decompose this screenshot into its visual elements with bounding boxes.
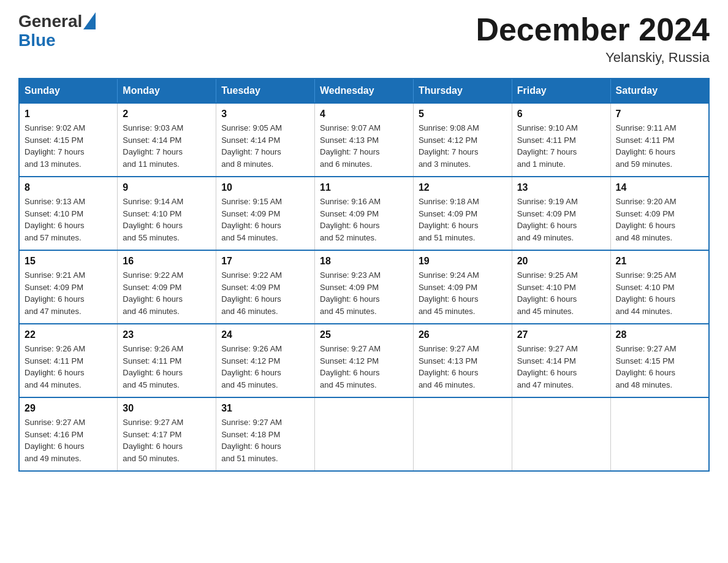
day-number: 10 [221,182,309,193]
empty-cell [512,397,610,471]
calendar-day-12: 12Sunrise: 9:18 AM Sunset: 4:09 PM Dayli… [413,177,512,250]
calendar-day-14: 14Sunrise: 9:20 AM Sunset: 4:09 PM Dayli… [610,177,709,250]
calendar-week-row: 1Sunrise: 9:02 AM Sunset: 4:15 PM Daylig… [19,103,709,177]
day-number: 30 [123,403,211,414]
header-sunday: Sunday [19,79,118,103]
title-section: December 2024 Yelanskiy, Russia [476,12,710,66]
day-info: Sunrise: 9:10 AM Sunset: 4:11 PM Dayligh… [517,122,605,170]
day-number: 12 [419,182,507,193]
calendar-day-27: 27Sunrise: 9:27 AM Sunset: 4:14 PM Dayli… [512,324,610,397]
location-title: Yelanskiy, Russia [476,50,710,66]
day-number: 6 [517,109,605,120]
logo-general: General [18,12,82,31]
day-number: 26 [419,329,507,340]
day-info: Sunrise: 9:27 AM Sunset: 4:18 PM Dayligh… [221,416,309,464]
day-number: 8 [25,182,112,193]
day-info: Sunrise: 9:27 AM Sunset: 4:16 PM Dayligh… [25,416,112,464]
day-number: 29 [25,403,112,414]
day-number: 23 [123,329,211,340]
day-number: 28 [616,329,703,340]
logo-blue: Blue [18,31,56,50]
day-number: 9 [123,182,211,193]
day-info: Sunrise: 9:27 AM Sunset: 4:17 PM Dayligh… [123,416,211,464]
calendar-day-29: 29Sunrise: 9:27 AM Sunset: 4:16 PM Dayli… [19,397,118,471]
day-number: 15 [25,256,112,267]
empty-cell [315,397,414,471]
calendar-day-23: 23Sunrise: 9:26 AM Sunset: 4:11 PM Dayli… [118,324,216,397]
calendar-day-25: 25Sunrise: 9:27 AM Sunset: 4:12 PM Dayli… [315,324,414,397]
calendar-day-5: 5Sunrise: 9:08 AM Sunset: 4:12 PM Daylig… [413,103,512,177]
day-info: Sunrise: 9:27 AM Sunset: 4:13 PM Dayligh… [419,343,507,391]
day-info: Sunrise: 9:20 AM Sunset: 4:09 PM Dayligh… [616,196,703,243]
day-number: 1 [25,109,112,120]
calendar-table: SundayMondayTuesdayWednesdayThursdayFrid… [18,78,710,472]
month-title: December 2024 [476,12,710,47]
calendar-day-28: 28Sunrise: 9:27 AM Sunset: 4:15 PM Dayli… [610,324,709,397]
day-info: Sunrise: 9:02 AM Sunset: 4:15 PM Dayligh… [25,122,112,170]
day-info: Sunrise: 9:11 AM Sunset: 4:11 PM Dayligh… [616,122,703,170]
day-info: Sunrise: 9:27 AM Sunset: 4:15 PM Dayligh… [616,343,703,391]
day-number: 11 [320,182,408,193]
calendar-header-row: SundayMondayTuesdayWednesdayThursdayFrid… [19,79,709,103]
day-info: Sunrise: 9:13 AM Sunset: 4:10 PM Dayligh… [25,196,112,243]
calendar-day-20: 20Sunrise: 9:25 AM Sunset: 4:10 PM Dayli… [512,250,610,324]
page-header: General Blue December 2024 Yelanskiy, Ru… [18,12,710,66]
day-info: Sunrise: 9:22 AM Sunset: 4:09 PM Dayligh… [221,269,309,317]
day-number: 13 [517,182,605,193]
calendar-day-26: 26Sunrise: 9:27 AM Sunset: 4:13 PM Dayli… [413,324,512,397]
header-thursday: Thursday [413,79,512,103]
header-tuesday: Tuesday [216,79,315,103]
calendar-day-31: 31Sunrise: 9:27 AM Sunset: 4:18 PM Dayli… [216,397,315,471]
empty-cell [610,397,709,471]
day-number: 2 [123,109,211,120]
day-number: 3 [221,109,309,120]
day-info: Sunrise: 9:25 AM Sunset: 4:10 PM Dayligh… [517,269,605,317]
day-info: Sunrise: 9:18 AM Sunset: 4:09 PM Dayligh… [419,196,507,243]
calendar-day-11: 11Sunrise: 9:16 AM Sunset: 4:09 PM Dayli… [315,177,414,250]
calendar-day-7: 7Sunrise: 9:11 AM Sunset: 4:11 PM Daylig… [610,103,709,177]
day-info: Sunrise: 9:19 AM Sunset: 4:09 PM Dayligh… [517,196,605,243]
day-number: 5 [419,109,507,120]
day-info: Sunrise: 9:26 AM Sunset: 4:11 PM Dayligh… [123,343,211,391]
day-number: 22 [25,329,112,340]
day-info: Sunrise: 9:24 AM Sunset: 4:09 PM Dayligh… [419,269,507,317]
svg-marker-0 [83,12,96,29]
calendar-day-1: 1Sunrise: 9:02 AM Sunset: 4:15 PM Daylig… [19,103,118,177]
day-info: Sunrise: 9:22 AM Sunset: 4:09 PM Dayligh… [123,269,211,317]
calendar-day-9: 9Sunrise: 9:14 AM Sunset: 4:10 PM Daylig… [118,177,216,250]
calendar-day-8: 8Sunrise: 9:13 AM Sunset: 4:10 PM Daylig… [19,177,118,250]
calendar-day-22: 22Sunrise: 9:26 AM Sunset: 4:11 PM Dayli… [19,324,118,397]
day-info: Sunrise: 9:27 AM Sunset: 4:14 PM Dayligh… [517,343,605,391]
day-info: Sunrise: 9:15 AM Sunset: 4:09 PM Dayligh… [221,196,309,243]
calendar-day-6: 6Sunrise: 9:10 AM Sunset: 4:11 PM Daylig… [512,103,610,177]
calendar-day-30: 30Sunrise: 9:27 AM Sunset: 4:17 PM Dayli… [118,397,216,471]
day-number: 7 [616,109,703,120]
header-wednesday: Wednesday [315,79,414,103]
calendar-week-row: 22Sunrise: 9:26 AM Sunset: 4:11 PM Dayli… [19,324,709,397]
day-info: Sunrise: 9:23 AM Sunset: 4:09 PM Dayligh… [320,269,408,317]
calendar-day-21: 21Sunrise: 9:25 AM Sunset: 4:10 PM Dayli… [610,250,709,324]
calendar-day-17: 17Sunrise: 9:22 AM Sunset: 4:09 PM Dayli… [216,250,315,324]
logo-triangle-icon [83,12,96,29]
day-number: 17 [221,256,309,267]
day-number: 20 [517,256,605,267]
calendar-week-row: 8Sunrise: 9:13 AM Sunset: 4:10 PM Daylig… [19,177,709,250]
day-info: Sunrise: 9:21 AM Sunset: 4:09 PM Dayligh… [25,269,112,317]
day-info: Sunrise: 9:16 AM Sunset: 4:09 PM Dayligh… [320,196,408,243]
day-info: Sunrise: 9:26 AM Sunset: 4:12 PM Dayligh… [221,343,309,391]
logo: General Blue [18,12,96,50]
day-number: 25 [320,329,408,340]
day-number: 31 [221,403,309,414]
calendar-day-2: 2Sunrise: 9:03 AM Sunset: 4:14 PM Daylig… [118,103,216,177]
day-info: Sunrise: 9:08 AM Sunset: 4:12 PM Dayligh… [419,122,507,170]
day-number: 21 [616,256,703,267]
day-number: 18 [320,256,408,267]
calendar-day-10: 10Sunrise: 9:15 AM Sunset: 4:09 PM Dayli… [216,177,315,250]
calendar-day-3: 3Sunrise: 9:05 AM Sunset: 4:14 PM Daylig… [216,103,315,177]
day-number: 27 [517,329,605,340]
day-info: Sunrise: 9:05 AM Sunset: 4:14 PM Dayligh… [221,122,309,170]
header-monday: Monday [118,79,216,103]
day-number: 14 [616,182,703,193]
calendar-week-row: 29Sunrise: 9:27 AM Sunset: 4:16 PM Dayli… [19,397,709,471]
calendar-day-4: 4Sunrise: 9:07 AM Sunset: 4:13 PM Daylig… [315,103,414,177]
